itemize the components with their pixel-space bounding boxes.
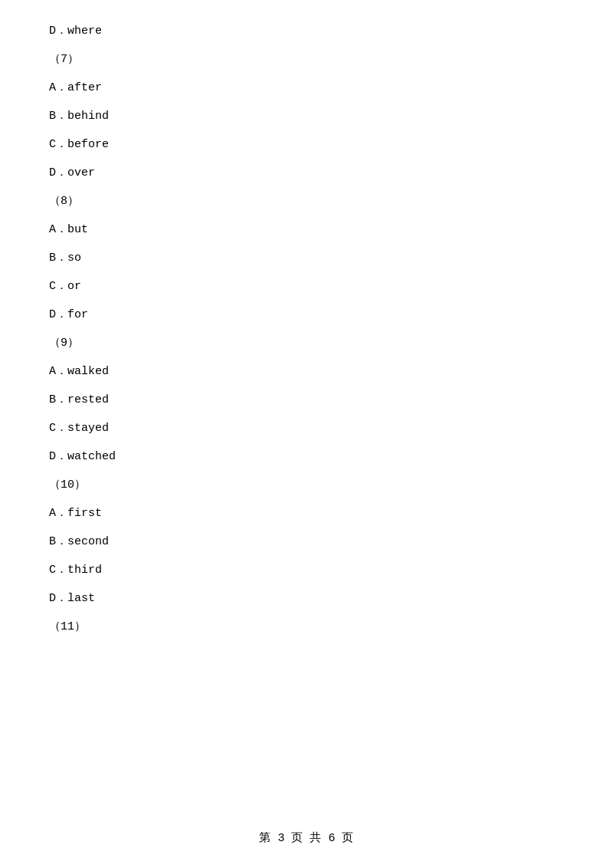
- item-b-behind: B．behind: [46, 108, 567, 123]
- question-11: （11）: [46, 619, 567, 633]
- item-c-before: C．before: [46, 136, 567, 151]
- item-d-last: D．last: [46, 590, 567, 605]
- item-a-walked: A．walked: [46, 363, 567, 378]
- item-d-watched: D．watched: [46, 449, 567, 463]
- item-a-but: A．but: [46, 222, 567, 236]
- page-footer: 第 3 页 共 6 页: [0, 830, 613, 845]
- item-d-where: D．where: [46, 23, 567, 38]
- item-c-or: C．or: [46, 278, 567, 293]
- item-c-third: C．third: [46, 562, 567, 577]
- item-a-first: A．first: [46, 505, 567, 520]
- item-b-so: B．so: [46, 250, 567, 265]
- item-d-for: D．for: [46, 307, 567, 321]
- item-a-after: A．after: [46, 80, 567, 94]
- question-10: （10）: [46, 477, 567, 492]
- page-content: D．where （7） A．after B．behind C．before D．…: [0, 0, 613, 693]
- item-c-stayed: C．stayed: [46, 420, 567, 435]
- question-9: （9）: [46, 335, 567, 350]
- question-7: （7）: [46, 51, 567, 66]
- item-d-over: D．over: [46, 165, 567, 179]
- item-b-rested: B．rested: [46, 392, 567, 406]
- item-b-second: B．second: [46, 534, 567, 548]
- question-8: （8）: [46, 193, 567, 208]
